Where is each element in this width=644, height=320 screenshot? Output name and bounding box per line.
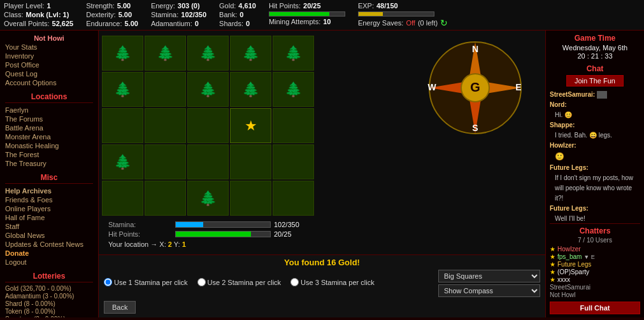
map-cell-3-3[interactable] bbox=[230, 144, 271, 179]
chatter-name-fpsbam[interactable]: fps_bam bbox=[557, 253, 582, 260]
x-val: 2 bbox=[168, 240, 172, 248]
sidebar-item-inventory[interactable]: Inventory bbox=[5, 52, 93, 60]
chatter-name-howizer[interactable]: HowIzer bbox=[557, 246, 581, 253]
sidebar-item-account-options[interactable]: Account Options bbox=[5, 78, 93, 87]
chatter-name-streetsam[interactable]: StreetSamurai bbox=[550, 284, 590, 291]
mining-val: 10 bbox=[323, 18, 331, 25]
chatter-name-xxxx[interactable]: xxxx bbox=[557, 276, 570, 283]
sidebar-item-your-stats[interactable]: Your Stats bbox=[5, 43, 93, 52]
stamina-1-label[interactable]: Use 1 Stamina per click bbox=[104, 278, 188, 286]
gold-val: 4,610 bbox=[238, 2, 256, 10]
sidebar-item-the-forums[interactable]: The Forums bbox=[5, 115, 93, 123]
lotteries-title: Lotteries bbox=[5, 272, 93, 282]
hp-group: Hit Points: 20/25 Mining Attempts: 10 bbox=[269, 2, 345, 25]
map-cell-2-3[interactable]: ★ bbox=[230, 108, 271, 143]
sidebar-item-hall-of-fame[interactable]: Hall of Fame bbox=[5, 213, 93, 222]
lottery-adamantium[interactable]: Adamantium (3 - 0.00%) bbox=[5, 293, 93, 300]
hp-bar-container bbox=[269, 11, 345, 17]
map-cell-4-1[interactable] bbox=[145, 181, 186, 216]
stamina-3-radio[interactable] bbox=[290, 278, 299, 286]
map-cell-3-4[interactable] bbox=[273, 144, 314, 179]
tree-icon: 🌲 bbox=[285, 45, 302, 62]
map-cell-3-0[interactable]: 🌲 bbox=[102, 144, 143, 179]
map-cell-1-3[interactable]: 🌲 bbox=[230, 72, 271, 107]
chatter-name-nothowl[interactable]: Not Howl bbox=[550, 291, 576, 298]
exp-val: 48/150 bbox=[376, 2, 398, 10]
sidebar-item-updates[interactable]: Updates & Contest News bbox=[5, 240, 93, 249]
map-cell-0-0[interactable]: 🌲 bbox=[102, 36, 143, 71]
chatter-name-opsparty[interactable]: (OP)Sparty bbox=[557, 268, 589, 275]
left-sidebar: Not Howi Your Stats Inventory Post Offic… bbox=[0, 31, 99, 317]
star-icon-fpsbam: ★ bbox=[550, 253, 555, 260]
lottery-gold[interactable]: Gold (326,700 - 0.00%) bbox=[5, 285, 93, 292]
sidebar-item-help-archives[interactable]: Help Archives bbox=[5, 186, 93, 195]
sidebar-item-faerlyn[interactable]: Faerlyn bbox=[5, 106, 93, 115]
chat-messages: StreetSamurai: Nord: Hi. 😊 Shappe: I tri… bbox=[550, 90, 640, 221]
view-style-dropdown[interactable]: Big Squares Small Squares Dots bbox=[438, 270, 540, 282]
sidebar-item-monster-arena[interactable]: Monster Arena bbox=[5, 132, 93, 141]
star-icon-howizer: ★ bbox=[550, 246, 555, 253]
sidebar-item-friends-foes[interactable]: Friends & Foes bbox=[5, 195, 93, 204]
sidebar-item-global-news[interactable]: Global News bbox=[5, 231, 93, 240]
lottery-token[interactable]: Token (8 - 0.00%) bbox=[5, 308, 93, 315]
map-cell-4-0[interactable] bbox=[102, 181, 143, 216]
chatter-name-futurelegs[interactable]: Future Legs bbox=[557, 261, 591, 268]
sidebar-item-post-office[interactable]: Post Office bbox=[5, 60, 93, 69]
map-cell-3-2[interactable] bbox=[187, 144, 229, 179]
map-cell-2-1[interactable] bbox=[145, 108, 186, 143]
full-chat-button[interactable]: Full Chat bbox=[550, 302, 640, 314]
lottery-shard[interactable]: Shard (8 - 0.00%) bbox=[5, 300, 93, 307]
sidebar-item-logout[interactable]: Logout bbox=[5, 258, 93, 267]
sidebar-item-donate[interactable]: Donate bbox=[5, 249, 93, 258]
compass-toggle-dropdown[interactable]: Show Compass Hide Compass bbox=[438, 284, 540, 297]
hp-bar-fill bbox=[269, 12, 329, 16]
svg-text:W: W bbox=[427, 82, 436, 92]
sidebar-item-staff[interactable]: Staff bbox=[5, 222, 93, 231]
sidebar-item-battle-arena[interactable]: Battle Arena bbox=[5, 123, 93, 132]
map-cell-0-1[interactable]: 🌲 bbox=[145, 36, 186, 71]
refresh-icon[interactable]: ↻ bbox=[440, 18, 448, 28]
map-cell-2-4[interactable] bbox=[273, 108, 314, 143]
join-fun-button[interactable]: Join The Fun bbox=[566, 75, 624, 87]
map-cell-2-2[interactable] bbox=[187, 108, 229, 143]
chatters-title: Chatters bbox=[550, 223, 640, 235]
map-cell-0-4[interactable]: 🌲 bbox=[273, 36, 314, 71]
stamina-2-label[interactable]: Use 2 Stamina per click bbox=[197, 278, 282, 286]
map-cell-4-4[interactable] bbox=[273, 181, 314, 216]
map-cell-0-2[interactable]: 🌲 bbox=[187, 36, 229, 71]
chat-text-futurelegs1: If I don't sign my posts, how bbox=[555, 174, 633, 181]
map-cell-0-3[interactable]: 🌲 bbox=[230, 36, 271, 71]
chat-text-itried: I tried. Bah. 😄 legs. bbox=[555, 132, 612, 139]
player-name-link[interactable]: Not Howi bbox=[5, 34, 93, 43]
stamina-2-radio[interactable] bbox=[197, 278, 206, 286]
stamina-3-label[interactable]: Use 3 Stamina per click bbox=[290, 278, 375, 286]
currency-stats-group: Gold: 4,610 Bank: 0 Shards: 0 bbox=[219, 2, 256, 27]
map-cell-1-0[interactable]: 🌲 bbox=[102, 72, 143, 107]
chat-line-futurelegs1: Future Legs: bbox=[550, 163, 640, 172]
stamina-1-radio[interactable] bbox=[104, 278, 112, 286]
map-cell-3-1[interactable] bbox=[145, 144, 186, 179]
sidebar-item-the-treasury[interactable]: The Treasury bbox=[5, 159, 93, 168]
dexterity-val: 5.00 bbox=[118, 11, 132, 18]
player-stats-group: Player Level: 1 Class: Monk (Lvl: 1) Ove… bbox=[4, 2, 73, 27]
energy-saves-left: (0 left) bbox=[418, 19, 438, 27]
map-cell-1-4[interactable]: 🌲 bbox=[273, 72, 314, 107]
stamina-options: Use 1 Stamina per click Use 2 Stamina pe… bbox=[104, 278, 375, 286]
sidebar-item-quest-log[interactable]: Quest Log bbox=[5, 69, 93, 78]
chatter-nothowl: Not Howl bbox=[550, 291, 640, 298]
map-cell-1-2[interactable]: 🌲 bbox=[187, 72, 229, 107]
map-cell-4-2[interactable]: 🌲 bbox=[187, 181, 229, 216]
energy-saves-status: Off bbox=[406, 19, 415, 27]
lottery-sunstone[interactable]: Sunstone (3 - 0.00%) bbox=[5, 316, 93, 317]
back-button[interactable]: Back bbox=[104, 301, 136, 314]
hp-stat-val: 20/25 bbox=[274, 230, 292, 238]
sidebar-item-the-forest[interactable]: The Forest bbox=[5, 150, 93, 159]
chat-text-futurelegs1-2: will people know who wrote bbox=[555, 184, 632, 191]
map-cell-1-1[interactable] bbox=[145, 72, 186, 107]
map-cell-2-0[interactable] bbox=[102, 108, 143, 143]
stamina-3-text: Use 3 Stamina per click bbox=[301, 279, 375, 286]
sidebar-item-monastic-healing[interactable]: Monastic Healing bbox=[5, 141, 93, 150]
class-val: Monk (Lvl: 1) bbox=[26, 11, 69, 18]
sidebar-item-online-players[interactable]: Online Players bbox=[5, 204, 93, 213]
map-cell-4-3[interactable] bbox=[230, 181, 271, 216]
